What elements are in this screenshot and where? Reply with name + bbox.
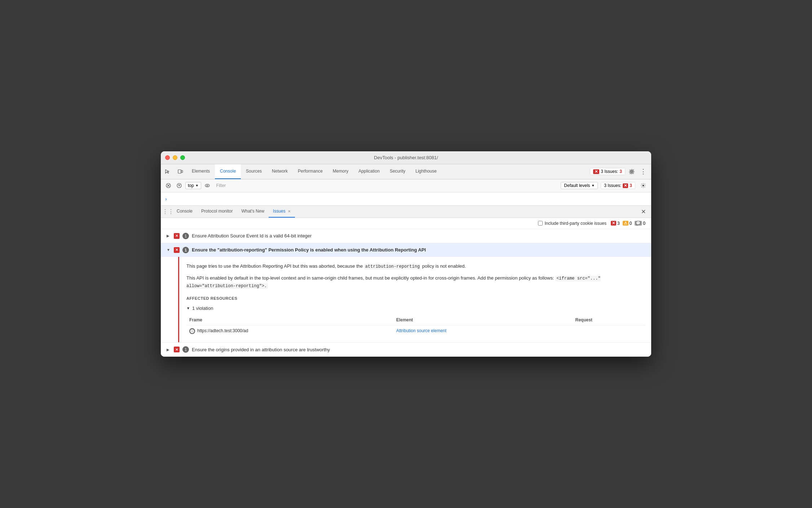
- issue-row-2: ▼ ✕ 1 Ensure the "attribution-reporting"…: [161, 243, 651, 343]
- issues-count-badge[interactable]: 3 Issues: ✕ 3: [601, 182, 635, 189]
- issues-badge-error-icon: ✕: [623, 183, 628, 188]
- more-options-icon[interactable]: ⋮: [638, 166, 648, 177]
- issue-3-arrow: ▶: [167, 348, 171, 352]
- filter-icon[interactable]: [175, 181, 184, 190]
- console-settings-icon[interactable]: [638, 181, 648, 191]
- context-selector-arrow: ▼: [195, 184, 199, 187]
- warning-count-value: 0: [630, 221, 632, 226]
- issues-badge-label: 3 Issues:: [604, 183, 621, 188]
- bottom-tab-protocol-monitor[interactable]: Protocol monitor: [197, 206, 237, 218]
- error-count-icon: ✕: [611, 221, 616, 226]
- issue-row-1: ▶ ✕ 1 Ensure Attribution Source Event Id…: [161, 229, 651, 243]
- issues-badge[interactable]: ✕ 3 Issues: 3: [590, 168, 625, 175]
- issue-2-count: 1: [182, 247, 189, 253]
- issue-row-3: ▶ ✕ 1 Ensure the origins provided in an …: [161, 343, 651, 357]
- table-row: ⓘ https://adtech.test:3000/ad Attributio…: [186, 325, 645, 337]
- issue-3-error-icon: ✕: [174, 347, 180, 352]
- console-content: ›: [161, 192, 651, 205]
- svg-point-9: [643, 185, 644, 187]
- maximize-button[interactable]: [180, 155, 185, 160]
- issues-count: 3: [619, 169, 622, 174]
- issue-3-count: 1: [182, 346, 189, 353]
- tab-lighthouse[interactable]: Lighthouse: [410, 164, 442, 179]
- issue-header-1[interactable]: ▶ ✕ 1 Ensure Attribution Source Event Id…: [161, 229, 651, 243]
- bottom-tab-console[interactable]: Console: [172, 206, 197, 218]
- info-count-icon: 💬: [635, 221, 642, 226]
- filter-input[interactable]: [213, 183, 560, 188]
- warning-count-item: ⚠ 0: [623, 221, 632, 226]
- minimize-button[interactable]: [173, 155, 177, 160]
- tab-security[interactable]: Security: [385, 164, 410, 179]
- context-selector-value: top: [188, 183, 194, 188]
- devtools-window: DevTools - publisher.test:8081/ Elemen: [161, 151, 651, 357]
- issue-2-title: Ensure the "attribution-reporting" Permi…: [192, 247, 426, 253]
- issue-2-para2: This API is enabled by default in the to…: [186, 275, 645, 290]
- violation-toggle[interactable]: ▼ 1 violation: [186, 305, 645, 312]
- log-levels-arrow: ▼: [591, 184, 595, 187]
- close-button[interactable]: [165, 155, 170, 160]
- violation-toggle-arrow: ▼: [186, 306, 190, 311]
- issues-counts: ✕ 3 ⚠ 0 💬 0: [611, 221, 645, 226]
- third-party-cookie-checkbox[interactable]: [538, 221, 543, 226]
- bottom-tab-whats-new[interactable]: What's New: [237, 206, 269, 218]
- info-count-item: 💬 0: [635, 221, 645, 226]
- panel-grip: ⋮⋮: [164, 208, 172, 215]
- third-party-cookie-label: Include third-party cookie issues: [545, 221, 606, 226]
- warning-count-icon: ⚠: [623, 221, 628, 226]
- issue-1-title: Ensure Attribution Source Event Id is a …: [192, 233, 312, 239]
- element-link[interactable]: Attribution source element: [396, 328, 446, 333]
- svg-point-7: [205, 184, 209, 187]
- issue-2-body: This page tries to use the Attribution R…: [178, 257, 651, 342]
- tab-console[interactable]: Console: [215, 164, 241, 179]
- issues-badge-count: 3: [630, 183, 632, 188]
- traffic-lights: [165, 155, 185, 160]
- context-selector[interactable]: top ▼: [185, 182, 201, 189]
- third-party-cookie-checkbox-label[interactable]: Include third-party cookie issues: [538, 221, 606, 226]
- svg-point-8: [207, 185, 208, 186]
- tab-performance[interactable]: Performance: [293, 164, 328, 179]
- clear-console-icon[interactable]: [164, 181, 173, 190]
- col-request: Request: [572, 315, 645, 325]
- issues-panel: Include third-party cookie issues ✕ 3 ⚠ …: [161, 218, 651, 357]
- error-count-item: ✕ 3: [611, 221, 620, 226]
- eye-icon[interactable]: [203, 181, 212, 190]
- bottom-tab-issues[interactable]: Issues ✕: [269, 206, 295, 218]
- tab-elements[interactable]: Elements: [187, 164, 215, 179]
- info-count-value: 0: [643, 221, 645, 226]
- bottom-panel-close-button[interactable]: ✕: [638, 206, 648, 217]
- error-count-value: 3: [617, 221, 620, 226]
- resources-table: Frame Element Request: [186, 315, 645, 337]
- tab-application[interactable]: Application: [353, 164, 385, 179]
- element-cell: Attribution source element: [393, 325, 573, 337]
- tab-network[interactable]: Network: [267, 164, 293, 179]
- issue-header-3[interactable]: ▶ ✕ 1 Ensure the origins provided in an …: [161, 343, 651, 356]
- frame-cell: ⓘ https://adtech.test:3000/ad: [186, 325, 393, 337]
- issue-3-title: Ensure the origins provided in an attrib…: [192, 347, 330, 352]
- tab-memory[interactable]: Memory: [328, 164, 353, 179]
- affected-resources: AFFECTED RESOURCES ▼ 1 violation Frame E…: [186, 295, 645, 337]
- device-toolbar-icon[interactable]: [174, 164, 187, 179]
- issue-header-2[interactable]: ▼ ✕ 1 Ensure the "attribution-reporting"…: [161, 243, 651, 257]
- prompt-arrow: ›: [165, 196, 167, 202]
- svg-rect-0: [178, 170, 181, 173]
- issues-tab-close[interactable]: ✕: [288, 209, 291, 213]
- table-header-row: Frame Element Request: [186, 315, 645, 325]
- frame-icon: ⓘ: [189, 328, 195, 334]
- issue-1-arrow: ▶: [167, 234, 171, 238]
- tab-sources[interactable]: Sources: [241, 164, 267, 179]
- affected-label: AFFECTED RESOURCES: [186, 295, 645, 302]
- violation-count: 1 violation: [192, 305, 213, 312]
- log-levels-label: Default levels: [564, 183, 590, 188]
- log-levels-selector[interactable]: Default levels ▼: [561, 182, 598, 189]
- issue-2-arrow: ▼: [167, 248, 171, 252]
- inspect-element-icon[interactable]: [161, 164, 174, 179]
- issues-error-icon: ✕: [593, 169, 599, 174]
- issues-filter-bar: Include third-party cookie issues ✕ 3 ⚠ …: [161, 218, 651, 229]
- svg-rect-1: [181, 170, 183, 173]
- devtools-tabs-bar: Elements Console Sources Network Perform…: [161, 164, 651, 179]
- issues-label: 3 Issues:: [601, 169, 618, 174]
- bottom-tabs-bar: ⋮⋮ Console Protocol monitor What's New I…: [161, 206, 651, 218]
- issue-1-error-icon: ✕: [174, 233, 180, 239]
- settings-icon[interactable]: [627, 166, 637, 177]
- issue-1-count: 1: [182, 233, 189, 239]
